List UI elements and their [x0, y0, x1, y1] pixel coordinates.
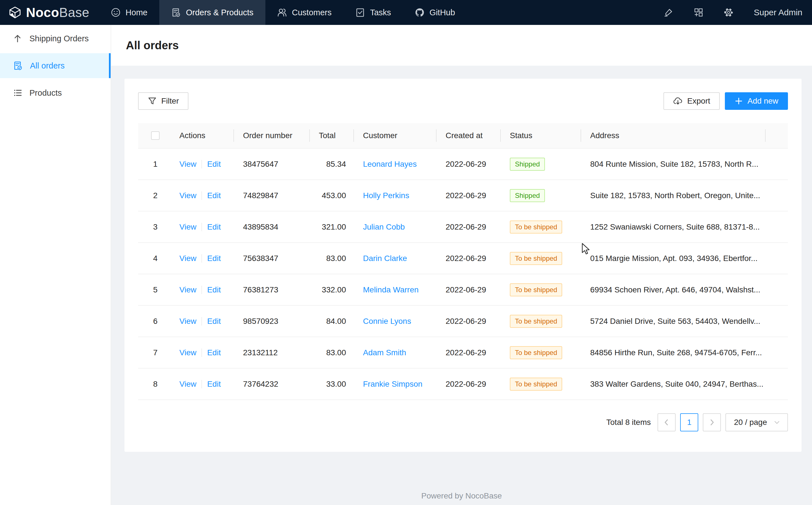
action-divider: [202, 191, 202, 200]
edit-link[interactable]: Edit: [207, 254, 221, 263]
edit-link[interactable]: Edit: [207, 317, 221, 326]
customer-link[interactable]: Holly Perkins: [363, 191, 409, 200]
chevron-down-icon: [773, 419, 781, 426]
nav-item-customers[interactable]: Customers: [265, 0, 343, 25]
nav-item-github[interactable]: GitHub: [403, 0, 467, 25]
address-cell: 5724 Daniel Drive, Suite 563, 54403, Wen…: [581, 306, 766, 337]
customer-cell: Connie Lyons: [354, 306, 437, 337]
customer-link[interactable]: Melinda Warren: [363, 285, 419, 294]
navbar-actions: Super Admin: [664, 0, 812, 25]
customer-cell: Darin Clarke: [354, 243, 437, 274]
edit-link[interactable]: Edit: [207, 222, 221, 231]
sidebar-item-all-orders[interactable]: All orders: [0, 53, 110, 78]
extra-cell: [766, 211, 788, 242]
nav-item-tasks[interactable]: Tasks: [343, 0, 403, 25]
status-badge: To be shipped: [510, 378, 562, 391]
order-number-cell: 98570923: [234, 306, 310, 337]
total-cell: 332.00: [310, 274, 354, 305]
customer-cell: Leonard Hayes: [354, 149, 437, 179]
pagination-prev-button[interactable]: [657, 413, 675, 432]
add-new-button[interactable]: Add new: [725, 92, 788, 110]
settings-gear-icon[interactable]: [724, 8, 733, 17]
pagination-next-button[interactable]: [703, 413, 721, 432]
powered-by-footer: Powered by NocoBase: [111, 491, 812, 500]
order-number-cell: 38475647: [234, 149, 310, 179]
customer-link[interactable]: Julian Cobb: [363, 222, 405, 231]
edit-link[interactable]: Edit: [207, 285, 221, 294]
order-number-cell: 43895834: [234, 211, 310, 242]
sidebar-item-products[interactable]: Products: [0, 80, 110, 105]
extra-cell: [766, 180, 788, 211]
nocobase-logo[interactable]: NocoBase: [0, 0, 99, 25]
order-number-cell: 75638347: [234, 243, 310, 274]
row-actions: ViewEdit: [173, 211, 234, 242]
edit-link[interactable]: Edit: [207, 191, 221, 200]
address-cell: Suite 182, 15783, North Robert, Oregon, …: [581, 180, 766, 211]
header-order-number: Order number: [234, 123, 310, 148]
customer-link[interactable]: Adam Smith: [363, 348, 406, 357]
view-link[interactable]: View: [179, 348, 196, 357]
row-index: 8: [138, 368, 173, 399]
customer-link[interactable]: Connie Lyons: [363, 317, 411, 326]
row-index: 2: [138, 180, 173, 211]
address-cell: 015 Margie Mission, Apt. 093, 34936, Ebe…: [581, 243, 766, 274]
extra-cell: [766, 274, 788, 305]
order-number-cell: 76381273: [234, 274, 310, 305]
table-row: 5 ViewEdit 76381273 332.00 Melinda Warre…: [138, 274, 788, 306]
ui-editor-highlighter-icon[interactable]: [664, 8, 673, 17]
edit-link[interactable]: Edit: [207, 380, 221, 389]
status-badge: To be shipped: [510, 315, 562, 328]
header-created-at: Created at: [437, 123, 501, 148]
top-navbar: NocoBase Home Orders & Products Customer…: [0, 0, 812, 25]
edit-link[interactable]: Edit: [207, 348, 221, 357]
filter-button[interactable]: Filter: [138, 92, 189, 110]
customer-link[interactable]: Darin Clarke: [363, 254, 407, 263]
view-link[interactable]: View: [179, 222, 196, 231]
user-menu[interactable]: Super Admin: [754, 8, 802, 17]
page-size-select[interactable]: 20 / page: [726, 413, 788, 432]
page-title: All orders: [126, 39, 179, 52]
header-extra: [766, 123, 788, 148]
address-cell: 69934 Schoen River, Apt. 646, 49704, Wal…: [581, 274, 766, 305]
view-link[interactable]: View: [179, 160, 196, 169]
view-link[interactable]: View: [179, 317, 196, 326]
action-divider: [202, 223, 202, 231]
page-header: All orders: [111, 25, 812, 66]
pagination-page-1[interactable]: 1: [680, 413, 698, 432]
sidebar-item-shipping-orders[interactable]: Shipping Orders: [0, 26, 110, 51]
customer-link[interactable]: Leonard Hayes: [363, 160, 417, 169]
smiley-icon: [111, 8, 120, 17]
table-row: 2 ViewEdit 74829847 453.00 Holly Perkins…: [138, 180, 788, 211]
order-doc-icon: [171, 8, 181, 17]
extra-cell: [766, 243, 788, 274]
customer-link[interactable]: Frankie Simpson: [363, 380, 423, 389]
row-index: 7: [138, 337, 173, 368]
navbar-spacer: [467, 0, 664, 25]
view-link[interactable]: View: [179, 191, 196, 200]
export-button[interactable]: Export: [663, 92, 720, 110]
row-actions: ViewEdit: [173, 306, 234, 337]
nav-item-orders-products[interactable]: Orders & Products: [159, 0, 265, 25]
status-badge: To be shipped: [510, 252, 562, 265]
row-actions: ViewEdit: [173, 149, 234, 179]
customer-cell: Frankie Simpson: [354, 368, 437, 399]
view-link[interactable]: View: [179, 285, 196, 294]
status-badge: To be shipped: [510, 346, 562, 359]
address-cell: 84856 Hirthe Run, Suite 268, 94754-6705,…: [581, 337, 766, 368]
row-index: 5: [138, 274, 173, 305]
view-link[interactable]: View: [179, 380, 196, 389]
nav-item-home[interactable]: Home: [99, 0, 159, 25]
row-actions: ViewEdit: [173, 274, 234, 305]
view-link[interactable]: View: [179, 254, 196, 263]
edit-link[interactable]: Edit: [207, 160, 221, 169]
table-row: 1 ViewEdit 38475647 85.34 Leonard Hayes …: [138, 149, 788, 180]
order-number-cell: 73764232: [234, 368, 310, 399]
created-at-cell: 2022-06-29: [437, 337, 501, 368]
total-cell: 85.34: [310, 149, 354, 179]
select-all-checkbox[interactable]: [151, 131, 160, 140]
status-badge: Shipped: [510, 158, 545, 171]
status-badge: To be shipped: [510, 220, 562, 233]
row-actions: ViewEdit: [173, 243, 234, 274]
plugin-blocks-add-icon[interactable]: [694, 8, 703, 17]
action-divider: [202, 254, 202, 263]
